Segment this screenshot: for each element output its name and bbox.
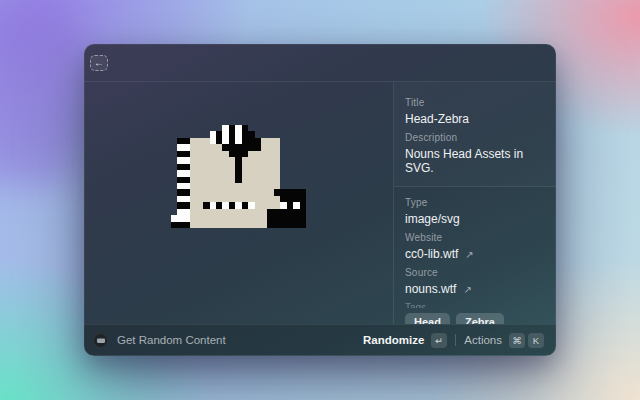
preview-panel [84, 82, 393, 324]
website-link[interactable]: cc0-lib.wtf ↗ [405, 247, 546, 261]
command-title: Get Random Content [117, 334, 226, 346]
tag-chip: Head [405, 313, 450, 324]
metadata-section-details: Type image/svg Website cc0-lib.wtf ↗ Sou… [394, 187, 556, 324]
type-label: Type [405, 197, 546, 208]
back-button[interactable]: ← [90, 55, 108, 71]
tag-chip: Zebra [456, 313, 504, 324]
command-key-icon: ⌘ [509, 333, 525, 348]
metadata-panel[interactable]: Title Head-Zebra Description Nouns Head … [393, 82, 556, 324]
website-value: cc0-lib.wtf [405, 247, 458, 261]
type-value: image/svg [405, 212, 546, 226]
footer-actions: Randomize ↵ Actions ⌘ K [363, 333, 544, 348]
background-blur-shape [0, 6, 84, 184]
website-label: Website [405, 232, 546, 243]
actions-button[interactable]: Actions [464, 334, 502, 346]
description-label: Description [405, 132, 546, 143]
return-key-icon: ↵ [431, 333, 447, 348]
actions-shortcut: ⌘ K [509, 333, 544, 348]
window-content: Title Head-Zebra Description Nouns Head … [84, 82, 556, 324]
extension-icon [93, 333, 108, 348]
k-key-icon: K [528, 333, 544, 348]
footer-divider [455, 334, 456, 346]
source-link[interactable]: nouns.wtf ↗ [405, 282, 546, 296]
footer-bar: Get Random Content Randomize ↵ Actions ⌘… [84, 324, 556, 355]
metadata-section-primary: Title Head-Zebra Description Nouns Head … [394, 82, 556, 187]
artwork-container [171, 125, 306, 228]
app-window: ← Title Head-Zebra Description Nouns Hea… [84, 44, 556, 356]
source-label: Source [405, 267, 546, 278]
title-label: Title [405, 97, 546, 108]
description-value: Nouns Head Assets in SVG. [405, 147, 546, 175]
external-link-icon: ↗ [465, 249, 473, 260]
tags-chip-list: Head Zebra CC0 Nouns [405, 313, 525, 324]
window-header: ← [84, 44, 556, 82]
title-value: Head-Zebra [405, 112, 546, 126]
pixel-artwork [171, 125, 306, 228]
tags-label-clipped: Tags [405, 301, 546, 308]
randomize-button[interactable]: Randomize [363, 334, 424, 346]
source-value: nouns.wtf [405, 282, 456, 296]
external-link-icon: ↗ [463, 284, 471, 295]
